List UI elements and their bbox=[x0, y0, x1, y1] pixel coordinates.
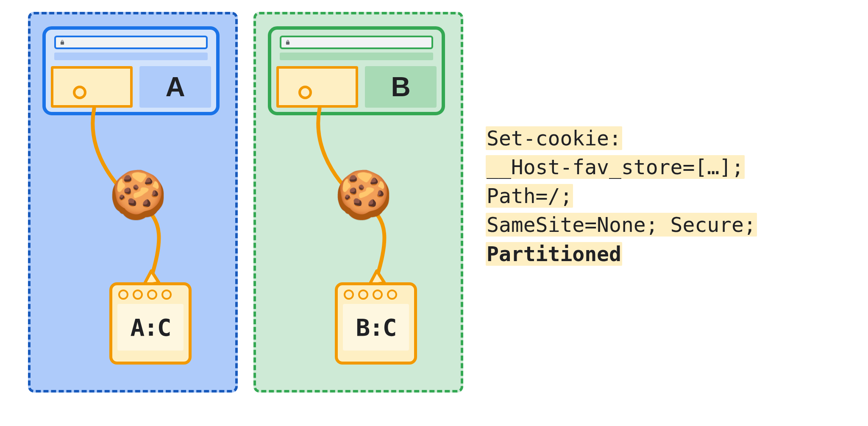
embedded-iframe bbox=[276, 66, 358, 108]
site-label-b: B bbox=[365, 66, 437, 108]
jar-dot-icon bbox=[133, 290, 143, 300]
jar-dot-icon bbox=[344, 290, 354, 300]
jar-dot-icon bbox=[387, 290, 397, 300]
partition-panel-a: A 🍪 A:C bbox=[28, 12, 238, 393]
cookie-icon: 🍪 bbox=[109, 171, 167, 218]
jar-dot-icon bbox=[118, 290, 128, 300]
embedded-iframe bbox=[51, 66, 133, 108]
connection-anchor bbox=[73, 86, 86, 99]
code-line-4: SameSite=None; Secure; bbox=[486, 213, 757, 237]
code-line-2: __Host-fav_store=[…]; bbox=[486, 155, 745, 179]
browser-window-a: A bbox=[42, 26, 220, 115]
cookie-jar-b: B:C bbox=[335, 282, 417, 365]
cookie-arrow-b bbox=[303, 103, 400, 286]
browser-window-b: B bbox=[268, 26, 445, 115]
browser-content: B bbox=[276, 66, 437, 108]
lock-icon bbox=[59, 39, 65, 45]
code-line-1: Set-cookie: bbox=[486, 126, 622, 150]
code-line-5-partitioned: Partitioned bbox=[486, 242, 622, 266]
partition-panel-b: B 🍪 B:C bbox=[253, 12, 463, 393]
cookie-jar-a: A:C bbox=[109, 282, 192, 365]
set-cookie-header-code: Set-cookie: __Host-fav_store=[…]; Path=/… bbox=[486, 124, 757, 268]
jar-dot-icon bbox=[161, 290, 172, 300]
code-line-3: Path=/; bbox=[486, 184, 573, 208]
jar-dot-icon bbox=[373, 290, 383, 300]
jar-titlebar bbox=[338, 285, 414, 304]
cookie-arrow-a bbox=[77, 103, 175, 286]
browser-content: A bbox=[51, 66, 211, 108]
browser-urlbar bbox=[54, 36, 208, 49]
cookie-icon: 🍪 bbox=[334, 171, 392, 218]
connection-anchor bbox=[298, 86, 312, 99]
jar-dot-icon bbox=[358, 290, 368, 300]
jar-titlebar bbox=[112, 285, 189, 304]
site-label-a: A bbox=[139, 66, 211, 108]
jar-label-a: A:C bbox=[117, 304, 184, 351]
browser-urlbar bbox=[280, 36, 433, 49]
jar-label-b: B:C bbox=[343, 304, 409, 351]
diagram-canvas: A 🍪 A:C bbox=[0, 0, 868, 426]
browser-toolbar bbox=[280, 53, 433, 60]
lock-icon bbox=[285, 39, 291, 45]
browser-toolbar bbox=[54, 53, 208, 60]
jar-dot-icon bbox=[147, 290, 157, 300]
